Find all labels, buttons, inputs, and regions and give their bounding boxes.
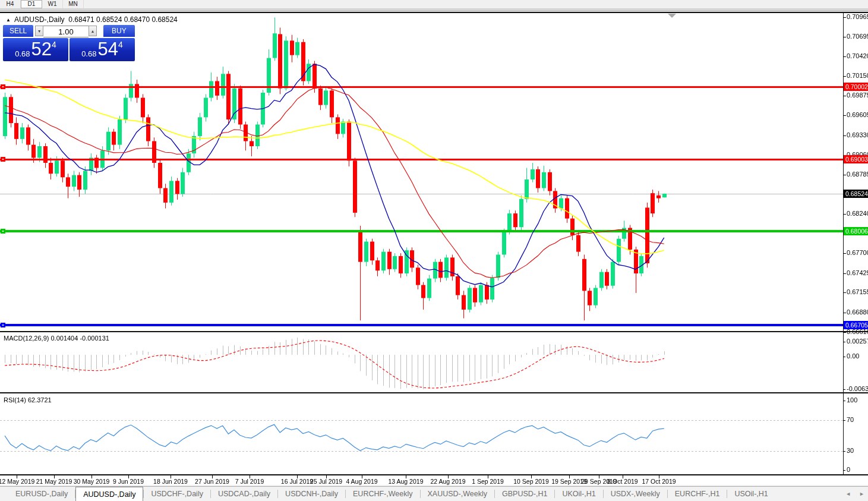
rsi-indicator-label: RSI(14) 62.3721 [4,396,52,404]
sell-price-box[interactable]: 0.68524 [3,38,68,61]
tabs-scroll-right-icon[interactable]: ► [859,491,864,497]
timeframe-button-w1[interactable]: W1 [42,0,63,8]
volume-input[interactable] [43,26,89,37]
buy-button[interactable]: BUY [103,25,135,37]
symbol-tab-eurchf-h1[interactable]: EURCHF-,H1 [668,487,727,501]
buy-price-pip: 4 [118,40,123,49]
timeframe-button-d1[interactable]: D1 [21,0,42,8]
symbol-tab-eurusd-daily[interactable]: EURUSD-,Daily [8,487,75,501]
volume-increase-button[interactable]: ▲ [89,26,97,36]
date-axis-label: 13 Aug 2019 [389,478,424,485]
one-click-trading-panel: SELL ▼ ▲ BUY 0.68524 0.68544 [3,25,135,61]
trading-terminal: H4D1W1MN ▲AUDUSD-,Daily 0.68471 0.68524 … [0,0,868,501]
chart-window: ▲AUDUSD-,Daily 0.68471 0.68524 0.68470 0… [0,13,868,485]
volume-decrease-button[interactable]: ▼ [35,26,43,36]
price-axis-badge-0.68524: 0.68524 [844,190,868,198]
symbol-marker-icon: ▲ [6,17,11,23]
symbol-tab-audusd-daily[interactable]: AUDUSD-,Daily [75,487,143,501]
scroll-to-end-marker-icon [668,14,676,18]
date-axis-label: 27 Jun 2019 [195,478,229,485]
buy-price-prefix: 0.68 [81,49,96,58]
date-axis-label: 12 May 2019 [0,478,34,485]
price-axis-badge-0.70002: 0.70002 [844,83,868,91]
chart-title: ▲AUDUSD-,Daily 0.68471 0.68524 0.68470 0… [6,15,178,24]
date-axis-label: 1 Sep 2019 [472,478,504,485]
macd-indicator-label: MACD(12,26,9) 0.001404 -0.000131 [4,335,109,342]
date-axis-label: 18 Jun 2019 [153,478,188,485]
buy-price-big: 54 [98,38,118,60]
timeframe-button-h4[interactable]: H4 [0,0,21,8]
date-axis-label: 7 Jul 2019 [235,478,264,485]
sell-price-big: 52 [31,38,52,60]
date-axis-label: 21 May 2019 [36,478,72,485]
date-axis-label: 17 Oct 2019 [642,478,676,485]
buy-price-box[interactable]: 0.68544 [70,38,135,61]
timeframe-button-mn[interactable]: MN [63,0,84,8]
symbol-tab-usdchf-daily[interactable]: USDCHF-,Daily [144,487,210,501]
symbol-tab-xauusd-weekly[interactable]: XAUUSD-,Weekly [421,487,494,501]
symbol-tab-eurchf-weekly[interactable]: EURCHF-,Weekly [346,487,419,501]
date-axis-label: 22 Aug 2019 [431,478,466,485]
price-axis-badge-0.68006: 0.68006 [844,227,868,235]
price-chart-canvas[interactable] [0,13,868,485]
date-axis-label: 8 Oct 2019 [607,478,637,485]
tabs-scroll-left-icon[interactable]: ◄ [845,491,851,497]
symbol-tab-usoil-h1[interactable]: USOil-,H1 [727,487,775,501]
sell-price-prefix: 0.68 [15,49,30,58]
price-axis-badge-0.66705: 0.66705 [844,321,868,329]
date-axis-label: 9 Jun 2019 [113,478,144,485]
chart-symbol-label: AUDUSD-,Daily [14,15,65,24]
sell-price-pip: 4 [52,40,56,49]
date-axis-label: 30 May 2019 [74,478,110,485]
date-axis-label: 4 Aug 2019 [346,478,377,485]
symbol-tab-usdcad-daily[interactable]: USDCAD-,Daily [211,487,277,501]
symbol-tab-gbpusd-h1[interactable]: GBPUSD-,H1 [495,487,554,501]
symbol-tab-usdcnh-daily[interactable]: USDCNH-,Daily [278,487,345,501]
symbol-tab-ukoil-h1[interactable]: UKOil-,H1 [555,487,602,501]
chart-ohlc-values: 0.68471 0.68524 0.68470 0.68524 [68,15,178,24]
date-axis-label: 10 Sep 2019 [513,478,549,485]
date-axis-label: 16 Jul 2019 [281,478,313,485]
date-axis-label: 25 Jul 2019 [310,478,342,485]
timeframe-toolbar: H4D1W1MN [0,0,868,9]
symbol-tab-usdx-weekly[interactable]: USDX-,Weekly [604,487,667,501]
symbol-tab-bar: EURUSD-,DailyAUDUSD-,DailyUSDCHF-,DailyU… [0,486,868,501]
price-axis-badge-0.69003: 0.69003 [844,155,868,163]
sell-button[interactable]: SELL [3,25,33,37]
